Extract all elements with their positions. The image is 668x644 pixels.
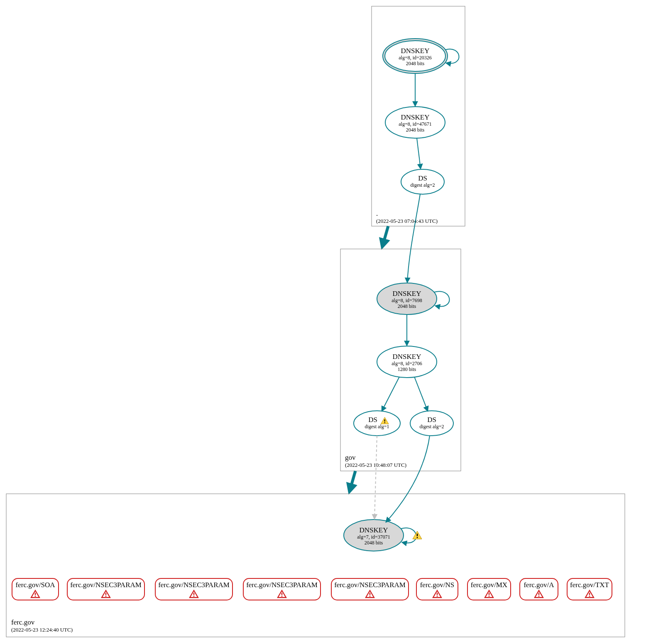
record-label: ferc.gov/NS [420, 581, 455, 589]
gov-ds2-title: DS [427, 416, 436, 424]
gov-ds1-title: DS [368, 416, 377, 424]
zone-root-name: . [376, 210, 378, 217]
node-gov-ds1: DS digest alg=1 [354, 411, 400, 436]
gov-ksk-sub2: 2048 bits [398, 303, 416, 309]
record-mx: ferc.gov/MX [467, 578, 511, 600]
record-label: ferc.gov/NSEC3PARAM [158, 581, 230, 589]
node-gov-ksk: DNSKEY alg=8, id=7698 2048 bits [377, 283, 437, 315]
root-zsk-sub1: alg=8, id=47671 [399, 121, 432, 127]
edge-gov-ds2-to-ferc [386, 436, 430, 522]
record-label: ferc.gov/NSEC3PARAM [334, 581, 406, 589]
root-ksk-sub1: alg=8, id=20326 [399, 55, 432, 61]
gov-zsk-title: DNSKEY [393, 353, 421, 361]
edge-root-ds-to-gov-ksk [407, 194, 420, 282]
edge-gov-to-ferc [350, 471, 355, 491]
record-label: ferc.gov/TXT [570, 581, 609, 589]
edge-gov-zsk-ds2 [414, 377, 428, 411]
record-label: ferc.gov/MX [471, 581, 507, 589]
record-soa: ferc.gov/SOA [12, 578, 59, 600]
zone-gov: gov (2022-05-23 10:48:07 UTC) DNSKEY alg… [340, 194, 461, 471]
edge-root-to-gov [382, 226, 388, 246]
node-root-zsk: DNSKEY alg=8, id=47671 2048 bits [385, 107, 445, 138]
zone-gov-name: gov [345, 454, 356, 461]
root-zsk-sub2: 2048 bits [406, 127, 425, 133]
ferc-ksk-title: DNSKEY [360, 526, 388, 534]
record-label: ferc.gov/NSEC3PARAM [246, 581, 318, 589]
node-root-ds: DS digest alg=2 [401, 169, 444, 194]
edge-gov-ds1-to-ferc [374, 436, 377, 519]
record-txt: ferc.gov/TXT [567, 578, 612, 600]
root-zsk-title: DNSKEY [401, 113, 430, 121]
warning-icon [413, 531, 422, 539]
record-label: ferc.gov/SOA [16, 581, 56, 589]
node-gov-zsk: DNSKEY alg=8, id=2706 1280 bits [377, 346, 437, 378]
node-gov-ds2: DS digest alg=2 [410, 411, 453, 436]
gov-zsk-sub2: 1280 bits [398, 366, 416, 372]
root-ksk-title: DNSKEY [401, 47, 430, 55]
record-nsec3param-1: ferc.gov/NSEC3PARAM [67, 578, 144, 600]
node-root-ksk: DNSKEY alg=8, id=20326 2048 bits [383, 39, 448, 73]
record-nsec3param-4: ferc.gov/NSEC3PARAM [331, 578, 409, 600]
zone-ferc: ferc.gov (2022-05-23 12:24:40 UTC) DNSKE… [6, 436, 625, 637]
record-label: ferc.gov/A [524, 581, 554, 589]
record-ns: ferc.gov/NS [416, 578, 458, 600]
record-nsec3param-3: ferc.gov/NSEC3PARAM [243, 578, 321, 600]
zone-ferc-ts: (2022-05-23 12:24:40 UTC) [11, 627, 73, 633]
gov-ds1-sub1: digest alg=1 [365, 424, 389, 429]
ferc-records-row: ferc.gov/SOA ferc.gov/NSEC3PARAM ferc.go… [12, 578, 612, 600]
root-ksk-sub2: 2048 bits [406, 61, 425, 66]
gov-ds2-sub1: digest alg=2 [419, 424, 444, 429]
root-ds-sub1: digest alg=2 [410, 182, 435, 188]
gov-zsk-sub1: alg=8, id=2706 [392, 361, 422, 366]
svg-rect-14 [6, 494, 625, 637]
zone-root-ts: (2022-05-23 07:04:43 UTC) [376, 218, 438, 224]
record-label: ferc.gov/NSEC3PARAM [70, 581, 142, 589]
gov-ksk-title: DNSKEY [393, 290, 421, 298]
node-ferc-ksk: DNSKEY alg=7, id=37071 2048 bits [344, 520, 404, 551]
zone-root: . (2022-05-23 07:04:43 UTC) DNSKEY alg=8… [372, 6, 465, 226]
root-ds-title: DS [418, 174, 427, 182]
ferc-ksk-sub1: alg=7, id=37071 [357, 534, 390, 540]
edge-gov-zsk-ds1 [382, 377, 399, 411]
ferc-ksk-sub2: 2048 bits [365, 540, 383, 546]
gov-ksk-sub1: alg=8, id=7698 [392, 298, 422, 303]
record-a: ferc.gov/A [520, 578, 558, 600]
record-nsec3param-2: ferc.gov/NSEC3PARAM [155, 578, 232, 600]
edge-root-zsk-ds [417, 138, 421, 168]
zone-ferc-name: ferc.gov [11, 618, 35, 626]
